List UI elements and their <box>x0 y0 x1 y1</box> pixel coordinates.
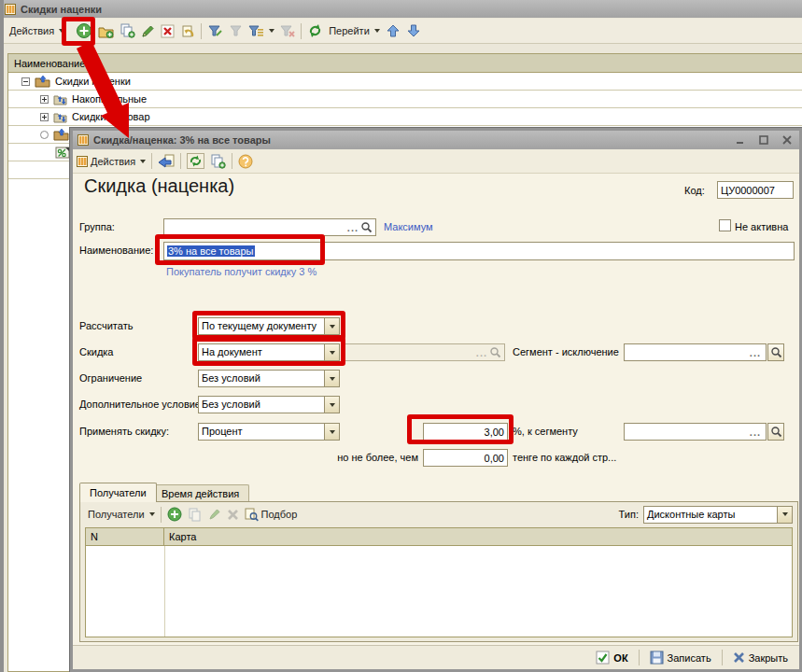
dialog-actions-menu-button[interactable]: Действия <box>88 154 148 169</box>
help-button[interactable] <box>235 152 256 171</box>
ellipsis-button[interactable]: ... <box>748 427 763 438</box>
move-up-button[interactable] <box>383 21 403 40</box>
undo-button[interactable] <box>177 22 198 40</box>
chevron-down-icon <box>140 160 146 163</box>
inactive-checkbox[interactable] <box>719 219 731 231</box>
filter-settings-button[interactable] <box>204 22 226 40</box>
move-down-button[interactable] <box>403 21 424 40</box>
type-dropdown[interactable]: Дисконтные карты <box>643 506 793 524</box>
copy-button[interactable] <box>117 21 138 40</box>
app-table-icon <box>77 156 88 167</box>
dropdown-button[interactable] <box>324 397 339 413</box>
dialog-refresh-button[interactable] <box>184 151 207 171</box>
delete-button[interactable] <box>158 22 177 40</box>
recipients-delete-button[interactable] <box>224 507 242 523</box>
collapse-icon[interactable] <box>21 77 30 86</box>
add-group-button[interactable] <box>95 22 117 40</box>
dialog-copy-button[interactable] <box>207 152 229 171</box>
folder-arrows-icon <box>53 110 67 123</box>
limit-dropdown[interactable]: Без условий <box>198 370 340 387</box>
dropdown-button[interactable] <box>324 318 339 334</box>
dropdown-button[interactable] <box>324 344 339 360</box>
maximize-button[interactable] <box>756 133 771 147</box>
dropdown-button[interactable] <box>324 371 339 386</box>
code-field[interactable]: ЦУ0000007 <box>717 181 794 199</box>
column-header-n[interactable]: N <box>86 528 164 545</box>
pencil-icon <box>208 508 221 521</box>
segment-search-button[interactable] <box>767 423 784 441</box>
close-button[interactable] <box>780 133 795 147</box>
pick-button[interactable]: Подбор <box>242 506 301 524</box>
toolbar-separator <box>301 23 302 39</box>
actions-menu-button[interactable]: Действия <box>7 23 67 38</box>
maximum-link[interactable]: Максимум <box>384 221 433 232</box>
dropdown-button[interactable] <box>777 507 792 523</box>
recipients-table-header: N Карта <box>86 528 792 546</box>
tree-column-header[interactable]: Наименование <box>8 54 802 73</box>
expand-icon[interactable] <box>40 95 49 104</box>
filter-by-value-button[interactable] <box>226 22 246 40</box>
dialog-titlebar[interactable]: Скидка/наценка: 3% на все товары <box>73 131 799 149</box>
refresh-icon <box>307 23 323 38</box>
name-field[interactable]: 3% на все товары <box>163 242 795 260</box>
chevron-down-icon <box>59 29 64 33</box>
add-button[interactable] <box>73 21 95 41</box>
tree-row[interactable]: Накопительные <box>8 91 802 108</box>
group-label: Группа: <box>79 221 115 232</box>
ok-button[interactable]: ОК <box>592 649 631 666</box>
max-suffix-label: тенге по каждой стр... <box>513 452 616 463</box>
node-circle-icon[interactable] <box>40 131 49 139</box>
percent-card-icon <box>55 147 71 159</box>
tree-item-label: Накопительные <box>72 93 147 105</box>
go-menu-button[interactable]: Перейти <box>326 23 383 38</box>
recipients-add-button[interactable] <box>164 505 185 524</box>
apply-label: Применять скидку: <box>79 426 169 437</box>
type-value: Дисконтные карты <box>644 507 777 523</box>
apply-dropdown[interactable]: Процент <box>198 423 340 441</box>
save-label: Записать <box>668 652 711 664</box>
clear-filter-button[interactable] <box>277 22 298 40</box>
back-window-titlebar[interactable]: Скидки наценки <box>0 0 802 18</box>
tree-row[interactable]: Скидки наценки <box>8 73 802 91</box>
apply-value: Процент <box>199 424 324 440</box>
segment-field[interactable]: ... <box>624 423 767 441</box>
max-field[interactable]: 0,00 <box>423 449 508 467</box>
ellipsis-button[interactable]: ... <box>748 347 763 358</box>
segment-exclude-search-button[interactable] <box>767 343 784 361</box>
tab-recipients-label: Получатели <box>90 487 147 498</box>
extra-condition-dropdown[interactable]: Без условий <box>198 396 340 413</box>
edit-button[interactable] <box>138 22 158 40</box>
discount-document-field: ... <box>345 343 505 361</box>
tab-recipients[interactable]: Получатели <box>79 483 157 502</box>
clear-filter-icon <box>280 24 295 38</box>
save-button[interactable]: Записать <box>646 649 715 666</box>
refresh-button[interactable] <box>304 21 326 40</box>
tree-row[interactable]: Скидки на товар <box>8 108 802 126</box>
group-field[interactable]: ... <box>163 218 376 236</box>
calc-dropdown[interactable]: По текущему документу <box>198 317 340 335</box>
recipients-copy-button[interactable] <box>185 506 205 524</box>
toolbar-separator <box>232 153 232 169</box>
search-icon[interactable] <box>360 221 373 233</box>
chevron-down-icon <box>330 430 335 434</box>
ellipsis-button[interactable]: ... <box>345 222 360 233</box>
recipients-table-body[interactable] <box>86 546 792 637</box>
percent-field[interactable]: 3,00 <box>423 423 508 441</box>
dialog-footer: ОК Записать Закрыть <box>73 645 799 669</box>
filter-history-button[interactable] <box>246 22 277 40</box>
search-icon <box>489 346 501 358</box>
reread-button[interactable] <box>155 152 177 171</box>
minimize-button[interactable] <box>733 133 748 147</box>
column-header-card[interactable]: Карта <box>164 528 792 545</box>
recipients-menu-button[interactable]: Получатели <box>85 507 158 522</box>
close-dialog-button[interactable]: Закрыть <box>729 650 792 665</box>
segment-exclude-field[interactable]: ... <box>624 343 767 361</box>
tab-time[interactable]: Время действия <box>151 484 249 502</box>
chevron-down-icon <box>269 29 274 33</box>
chevron-down-icon <box>330 403 335 407</box>
dropdown-button[interactable] <box>324 424 339 440</box>
app-table-icon <box>5 4 16 15</box>
discount-dropdown[interactable]: На документ <box>198 343 340 361</box>
recipients-edit-button[interactable] <box>205 506 224 523</box>
expand-icon[interactable] <box>40 113 49 121</box>
